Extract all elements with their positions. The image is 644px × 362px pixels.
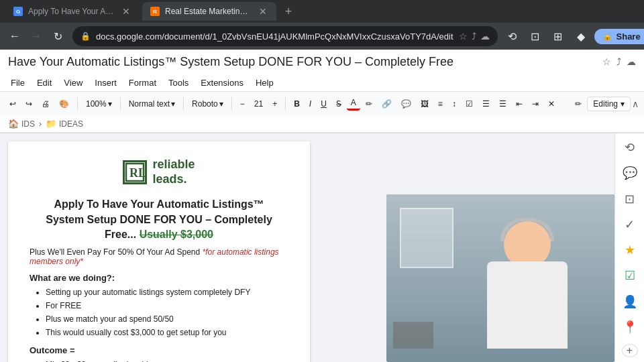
text-color-button[interactable]: A: [347, 97, 360, 111]
refresh-button[interactable]: ↻: [48, 27, 67, 46]
room-furniture: [393, 322, 433, 349]
bold-button[interactable]: B: [290, 98, 304, 110]
price-text: Usually $3,000: [140, 229, 213, 240]
sidebar-screen-icon[interactable]: ⊡: [619, 190, 641, 208]
breadcrumb: 🏠 IDS › 📁 IDEAS: [0, 115, 644, 133]
doc-page: RL reliable leads. Apply To Have Your Au…: [8, 141, 310, 362]
font-size-plus[interactable]: +: [268, 98, 281, 110]
sidebar-maps-icon[interactable]: 📍: [619, 318, 641, 336]
docs-toolbar: Have Your Automatic Listings™ System Set…: [0, 50, 644, 133]
sidebar-notes-icon[interactable]: ★: [619, 241, 641, 259]
screen-icon[interactable]: ⊡: [526, 27, 545, 46]
grid-icon[interactable]: ⊞: [549, 27, 568, 46]
forward-button[interactable]: →: [27, 27, 46, 46]
cloud-icon[interactable]: ☁: [480, 31, 490, 42]
editing-dropdown[interactable]: Editing ▾: [587, 97, 631, 111]
folder-icon: 📁: [46, 119, 56, 129]
breadcrumb-ids-label: IDS: [21, 119, 35, 129]
tab-2-close[interactable]: ✕: [258, 5, 268, 18]
menu-format[interactable]: Format: [123, 76, 162, 89]
docs-menu-bar: File Edit View Insert Format Tools Exten…: [0, 74, 644, 91]
highlight-button[interactable]: ✏: [362, 98, 376, 110]
menu-edit[interactable]: Edit: [32, 76, 57, 89]
italic-button[interactable]: I: [305, 98, 315, 110]
share-lock-icon: 🔒: [602, 32, 612, 41]
underline-button[interactable]: U: [317, 98, 331, 110]
url-bar[interactable]: 🔒 docs.google.com/document/d/1_0ZvbVsnEU…: [72, 26, 498, 46]
menu-view[interactable]: View: [58, 76, 88, 89]
right-sidebar: ⟲ 💬 ⊡ ✓ ★ ☑ 👤 📍 +: [614, 133, 644, 362]
align-button[interactable]: ≡: [434, 98, 447, 110]
menu-extensions[interactable]: Extensions: [195, 76, 249, 89]
sidebar-add-button[interactable]: +: [622, 344, 638, 357]
strikethrough-button[interactable]: S̶: [332, 98, 345, 110]
subtext-star: *: [80, 257, 83, 266]
section2-list: Min 20 - 30 new seller inquiries Min 3 -…: [30, 359, 288, 362]
sidebar-chat-icon[interactable]: 💬: [619, 164, 641, 182]
menu-file[interactable]: File: [5, 76, 30, 89]
svg-text:RL: RL: [129, 166, 145, 180]
list-item: This would usually cost $3,000 to get se…: [46, 327, 288, 339]
docs-title-icons: ☆ ⤴ ☁: [602, 56, 636, 67]
browser-actions: ⟲ ⊡ ⊞ ◆ 🔒 Share ▾ ◆ ⋮ L: [503, 27, 644, 46]
star-icon[interactable]: ☆: [459, 31, 468, 42]
history-icon[interactable]: ⟲: [503, 27, 522, 46]
font-size-minus[interactable]: −: [236, 98, 249, 110]
collapse-button[interactable]: ∧: [632, 99, 639, 109]
list-item: Min 20 - 30 new seller inquiries: [46, 359, 288, 362]
tab-1-close[interactable]: ✕: [121, 5, 131, 18]
style-selector[interactable]: Normal text ▾: [125, 98, 179, 110]
address-bar: ← → ↻ 🔒 docs.google.com/document/d/1_0Zv…: [0, 23, 644, 50]
tab-bar: G Apply To Have Your Automa... ✕ R Real …: [0, 0, 644, 23]
lock-icon: 🔒: [80, 32, 91, 41]
indent-more-button[interactable]: ⇥: [528, 98, 543, 110]
breadcrumb-home[interactable]: 🏠 IDS: [8, 119, 35, 129]
font-size-input[interactable]: 21: [250, 98, 267, 110]
extension-icon[interactable]: ◆: [572, 27, 590, 46]
breadcrumb-ideas-label: IDEAS: [59, 119, 83, 129]
sidebar-check-icon[interactable]: ✓: [619, 216, 641, 233]
logo-line1: reliable: [152, 158, 195, 172]
star-title-icon[interactable]: ☆: [602, 56, 611, 67]
separator-4: [231, 97, 232, 111]
sidebar-history-icon[interactable]: ⟲: [619, 139, 641, 156]
sidebar-contacts-icon[interactable]: 👤: [619, 293, 641, 310]
share-button[interactable]: 🔒 Share ▾: [594, 29, 644, 44]
tab-1[interactable]: G Apply To Have Your Automa... ✕: [5, 2, 140, 21]
sidebar-tasks-icon[interactable]: ☑: [619, 267, 641, 284]
comment-button[interactable]: 💬: [397, 98, 415, 110]
menu-insert[interactable]: Insert: [89, 76, 122, 89]
new-tab-button[interactable]: +: [279, 2, 298, 21]
pencil-icon: ✏: [571, 98, 586, 110]
editing-label: Editing: [593, 99, 618, 109]
zoom-arrow-icon: ▾: [108, 99, 112, 109]
print-button[interactable]: 🖨: [38, 98, 54, 110]
list-item: For FREE: [46, 300, 288, 312]
share-icon[interactable]: ⤴: [472, 31, 476, 42]
image-button[interactable]: 🖼: [417, 98, 433, 110]
tab-2[interactable]: R Real Estate Marketing Secre... ✕: [142, 2, 276, 21]
nav-buttons: ← → ↻: [5, 27, 67, 46]
link-button[interactable]: 🔗: [378, 98, 396, 110]
menu-tools[interactable]: Tools: [163, 76, 194, 89]
editing-arrow-icon: ▾: [621, 99, 625, 109]
font-selector[interactable]: Roboto ▾: [188, 98, 227, 110]
back-button[interactable]: ←: [5, 27, 24, 46]
open-icon[interactable]: ⤴: [616, 56, 621, 67]
zoom-selector[interactable]: 100% ▾: [82, 98, 116, 110]
undo-button[interactable]: ↩: [5, 98, 20, 110]
checklist-button[interactable]: ☑: [462, 98, 477, 110]
docs-title-bar: Have Your Automatic Listings™ System Set…: [0, 50, 644, 74]
cloud-title-icon[interactable]: ☁: [627, 56, 636, 67]
menu-help[interactable]: Help: [250, 76, 279, 89]
numbered-button[interactable]: ☰: [495, 98, 511, 110]
clear-format-button[interactable]: ✕: [544, 98, 559, 110]
breadcrumb-ideas[interactable]: 📁 IDEAS: [46, 119, 83, 129]
tab-2-favicon: R: [150, 7, 160, 16]
bullets-button[interactable]: ☰: [478, 98, 494, 110]
logo-box: RL: [123, 160, 147, 184]
indent-less-button[interactable]: ⇤: [512, 98, 527, 110]
linespace-button[interactable]: ↕: [448, 98, 460, 110]
redo-button[interactable]: ↪: [21, 98, 36, 110]
paintformat-button[interactable]: 🎨: [55, 98, 73, 110]
